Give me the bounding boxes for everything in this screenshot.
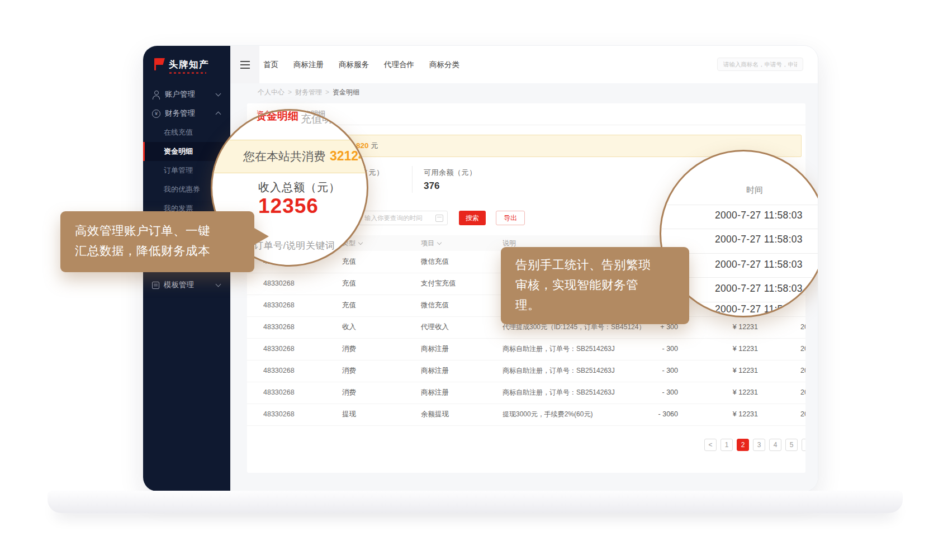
page-button-4[interactable]: 4 [769, 439, 781, 451]
breadcrumb-item: 资金明细 [333, 88, 359, 97]
cell-type: 收入 [342, 316, 409, 338]
cell-time: 2000-7-27 11:58:03 [800, 338, 805, 360]
callout-text-line: 理。 [515, 295, 675, 315]
cell-time: 2000-7-27 11:58:03 [800, 360, 805, 382]
callout-text-line: 高效管理账户订单、一键 [75, 221, 240, 241]
table-row: 48330268消费商标注册商标自助注册，订单号：SB2514263J- 300… [247, 382, 805, 404]
page-prev-button[interactable]: < [704, 439, 717, 451]
cell-balance: ¥ 12231 [682, 316, 758, 338]
nav-item-2[interactable]: 商标注册 [293, 60, 324, 70]
breadcrumb-separator: > [325, 88, 329, 96]
breadcrumb-separator: > [288, 88, 292, 96]
magnified-row-divider [661, 205, 818, 205]
table-row: 48330268消费商标注册商标自助注册，订单号：SB2514263J- 300… [247, 360, 805, 382]
sidebar-section[interactable]: 财务管理 [143, 104, 230, 123]
nav-item-1[interactable]: 首页 [263, 60, 278, 70]
callout-text-line: 告别手工统计、告别繁琐 [515, 255, 675, 275]
cell-item: 微信充值 [421, 251, 494, 273]
search-input[interactable] [717, 58, 803, 71]
page: 头牌知产 账户管理财务管理在线充值资金明细订单管理我的优惠券我的发票模板管理 首… [0, 0, 948, 560]
cell-time: 2000-7-27 11:58:03 [800, 404, 805, 425]
magnified-time-value: 2000-7-27 11:58:03 [715, 283, 803, 295]
page-button-1[interactable]: 1 [721, 439, 733, 451]
cell-time: 2000-7-27 11:58:03 [800, 382, 805, 404]
page-next-button[interactable]: > [802, 439, 805, 451]
table-row: 48330268消费商标注册商标自助注册，订单号：SB2514263J- 300… [247, 338, 805, 360]
top-navbar: 首页商标注册商标服务代理合作商标分类 [230, 46, 818, 84]
cell-item: 微信充值 [421, 295, 494, 316]
cell-type: 充值 [342, 295, 409, 316]
callout-arrow-icon [254, 228, 269, 245]
cell-amount: - 3060 [613, 404, 678, 425]
pagination: <12345> [704, 439, 805, 451]
cell-item: 余额提现 [421, 404, 494, 425]
cell-type: 充值 [342, 273, 409, 295]
cell-item: 商标注册 [421, 382, 494, 404]
magnified-income-value: 12356 [258, 194, 319, 218]
callout-right: 告别手工统计、告别繁琐审核，实现智能财务管理。 [501, 247, 689, 324]
laptop-base [48, 491, 903, 513]
sidebar-section[interactable]: 模板管理 [143, 276, 230, 295]
user-icon [152, 91, 160, 99]
nav-item-4[interactable]: 代理合作 [384, 60, 414, 70]
chevron-up-icon [216, 112, 221, 117]
cell-amount: - 300 [613, 360, 678, 382]
cell-amount: - 300 [613, 382, 678, 404]
callout-text-line: 审核，实现智能财务管 [515, 275, 675, 295]
finance-icon [152, 110, 160, 118]
cell-item: 支付宝充值 [421, 273, 494, 295]
breadcrumb: 个人中心>财务管理>资金明细 [258, 83, 359, 101]
chevron-down-icon [216, 282, 221, 287]
callout-right-text: 告别手工统计、告别繁琐审核，实现智能财务管理。 [515, 255, 675, 315]
cell-item: 商标注册 [421, 338, 494, 360]
page-button-5[interactable]: 5 [785, 439, 798, 451]
cell-type: 充值 [342, 251, 409, 273]
cell-type: 消费 [342, 338, 409, 360]
page-button-2[interactable]: 2 [737, 439, 749, 451]
chevron-down-icon [216, 91, 221, 97]
magnified-time-column-header: 时间 [746, 185, 763, 196]
cell-type: 提现 [342, 404, 409, 425]
magnified-row-divider [661, 229, 818, 229]
cell-balance: ¥ 12231 [682, 404, 758, 425]
page-button-3[interactable]: 3 [753, 439, 765, 451]
callout-text-line: 汇总数据，降低财务成本 [75, 241, 240, 261]
nav-item-3[interactable]: 商标服务 [339, 60, 369, 70]
magnified-time-value: 2000-7-27 11:58:03 [715, 210, 803, 221]
sidebar-section[interactable]: 账户管理 [143, 85, 230, 104]
template-icon [152, 282, 159, 289]
magnified-banner-text: 您在本站共消费 [243, 150, 325, 163]
cell-amount: - 300 [613, 338, 678, 360]
cell-balance: ¥ 12231 [682, 382, 758, 404]
nav-item-5[interactable]: 商标分类 [429, 60, 459, 70]
magnified-time-value: 2000-7-27 11:58:03 [715, 259, 803, 270]
cell-balance: ¥ 12231 [682, 360, 758, 382]
magnified-banner: 您在本站共消费32124 [211, 140, 368, 173]
cell-balance: ¥ 12231 [682, 338, 758, 360]
breadcrumb-item[interactable]: 财务管理 [295, 88, 322, 97]
cell-time: 2000-7-27 11:58:03 [800, 316, 805, 338]
magnified-income-label: 收入总额（元） [258, 180, 340, 195]
sidebar-item[interactable]: 在线充值 [143, 123, 230, 142]
cell-time [800, 295, 805, 316]
table-row: 48330268提现余额提现提现3000元，手续费2%(60元)- 3060¥ … [247, 404, 805, 426]
callout-left: 高效管理账户订单、一键汇总数据，降低财务成本 [60, 211, 254, 272]
cell-type: 消费 [342, 360, 409, 382]
magnified-time-value: 2000-7-27 11:58:03 [715, 234, 803, 245]
cell-type: 消费 [342, 382, 409, 404]
breadcrumb-item[interactable]: 个人中心 [258, 88, 285, 97]
hamburger-menu-icon[interactable] [230, 46, 259, 83]
cell-item: 代理收入 [421, 316, 494, 338]
callout-left-text: 高效管理账户订单、一键汇总数据，降低财务成本 [75, 221, 240, 261]
cell-item: 商标注册 [421, 360, 494, 382]
topnav-items: 首页商标注册商标服务代理合作商标分类 [263, 46, 459, 83]
